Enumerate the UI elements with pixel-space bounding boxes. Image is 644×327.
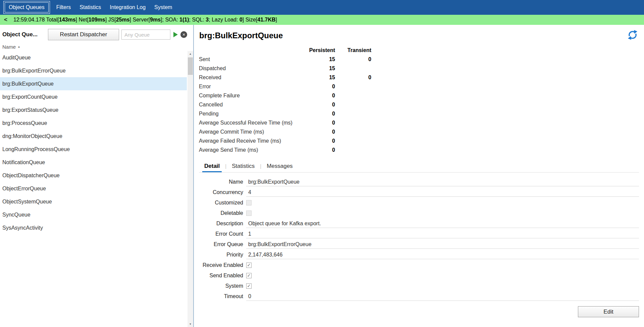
tab-messages[interactable]: Messages <box>265 161 294 172</box>
form-row: Send Enabled✓ <box>199 270 639 281</box>
field-label-system: System <box>199 283 243 289</box>
queue-list-item[interactable]: SyncQueue <box>0 208 187 221</box>
panel-title: Object Que... <box>2 31 48 38</box>
queue-list-item[interactable]: dng:MonitorObjectQueue <box>0 130 187 143</box>
stat-row-label: Pending <box>199 109 306 118</box>
field-label-deletable: Deletable <box>199 210 243 216</box>
stat-row-label: Average Commit Time (ms) <box>199 127 306 136</box>
system-checkbox[interactable]: ✓ <box>246 283 252 289</box>
app-window: Object QueuesFiltersStatisticsIntegratio… <box>0 0 644 327</box>
queue-list-item[interactable]: NotificationQueue <box>0 156 187 169</box>
error-queue-field[interactable]: brg:BulkExportErrorQueue <box>246 240 639 249</box>
concurrency-field[interactable]: 4 <box>246 188 639 197</box>
nav-item-system[interactable]: System <box>150 2 176 12</box>
send-enabled-checkbox[interactable]: ✓ <box>246 273 252 278</box>
field-label-send-enabled: Send Enabled <box>199 273 243 279</box>
column-header-label: Name <box>2 44 16 50</box>
clear-filter-icon[interactable]: ✕ <box>180 31 187 38</box>
queue-list-item[interactable]: ObjectSystemQueue <box>0 195 187 208</box>
queue-list-item[interactable]: LongRunningProcessQueue <box>0 143 187 156</box>
stat-transient-value <box>335 109 371 118</box>
form-row: Receive Enabled✓ <box>199 260 639 270</box>
priority-field[interactable]: 2,147,483,646 <box>246 250 639 259</box>
tab-statistics[interactable]: Statistics <box>230 161 257 172</box>
status-segment: 3 <box>206 17 209 22</box>
queue-list-item[interactable]: SysAsyncActivity <box>0 221 187 234</box>
stat-transient-value <box>335 100 371 109</box>
form-row: Timeout0 <box>199 291 639 301</box>
name-field[interactable]: brg:BulkExportQueue <box>246 178 639 186</box>
edit-button[interactable]: Edit <box>578 306 639 317</box>
stat-persistent-value: 0 <box>306 127 335 136</box>
timeout-field[interactable]: 0 <box>246 292 639 301</box>
queue-list-item[interactable]: brg:BulkExportQueue <box>0 77 187 90</box>
nav-item-filters[interactable]: Filters <box>52 2 75 12</box>
field-label-receive-enabled: Receive Enabled <box>199 262 243 268</box>
error-count-field[interactable]: 1 <box>246 230 639 238</box>
scrollbar-thumb[interactable] <box>188 57 193 75</box>
status-segment: ] Net[ <box>76 17 89 22</box>
stat-transient-value <box>335 91 371 100</box>
stat-persistent-value: 15 <box>306 73 335 82</box>
queue-list-item[interactable]: brg:BulkExportErrorQueue <box>0 64 187 77</box>
status-segment: ; Lazy Load: <box>209 17 239 22</box>
refresh-icon[interactable] <box>627 30 638 40</box>
stat-row-label: Error <box>199 82 306 91</box>
deletable-checkbox <box>246 211 252 216</box>
queue-list-item[interactable]: AuditQueue <box>0 51 187 64</box>
field-label-timeout: Timeout <box>199 293 243 299</box>
form-row: DescriptionObject queue for Kafka export… <box>199 218 639 229</box>
run-filter-icon[interactable] <box>173 32 178 37</box>
stat-transient-value <box>335 118 371 127</box>
stat-row-label: Average Failed Receive Time (ms) <box>199 136 306 145</box>
nav-item-statistics[interactable]: Statistics <box>75 2 105 12</box>
stat-persistent-value: 0 <box>306 109 335 118</box>
customized-checkbox <box>246 200 252 205</box>
status-segment: ]; SOA: <box>161 17 179 22</box>
queue-list: AuditQueuebrg:BulkExportErrorQueuebrg:Bu… <box>0 51 187 234</box>
stat-row-label: Average Successful Receive Time (ms) <box>199 118 306 127</box>
queue-search-input[interactable] <box>121 30 170 40</box>
queue-list-item[interactable]: ObjectDispatcherQueue <box>0 169 187 182</box>
form-row: Deletable <box>199 208 639 218</box>
scroll-up-icon[interactable]: ▲ <box>187 51 193 57</box>
back-arrow-icon[interactable]: < <box>0 16 13 23</box>
queue-list-item[interactable]: brg:ProcessQueue <box>0 116 187 130</box>
restart-dispatcher-button[interactable]: Restart Dispatcher <box>48 29 119 40</box>
field-label-error-count: Error Count <box>199 231 243 237</box>
stat-transient-value <box>335 64 371 73</box>
form-row: System✓ <box>199 281 639 291</box>
status-segment: 109ms <box>89 17 105 22</box>
nav-item-integration-log[interactable]: Integration Log <box>105 2 150 12</box>
field-label-error-queue: Error Queue <box>199 241 243 247</box>
stats-corner-cell <box>199 46 306 55</box>
nav-item-object-queues[interactable]: Object Queues <box>5 2 49 12</box>
description-field[interactable]: Object queue for Kafka export. <box>246 219 639 228</box>
stat-persistent-value: 0 <box>306 82 335 91</box>
scroll-down-icon[interactable]: ▼ <box>187 321 193 327</box>
status-segment: ] Server[ <box>130 17 150 22</box>
stats-column-transient: Transient <box>335 46 371 55</box>
status-segment: ] Size[ <box>243 17 257 22</box>
status-bar: < 12:59:04.178 Total[143ms] Net[109ms] J… <box>0 15 644 25</box>
stat-transient-value <box>335 127 371 136</box>
field-label-description: Description <box>199 221 243 227</box>
queue-list-item[interactable]: brg:ExportCountQueue <box>0 90 187 103</box>
form-row: Priority2,147,483,646 <box>199 249 639 260</box>
stat-transient-value: 0 <box>335 55 371 64</box>
stat-row-label: Sent <box>199 55 306 64</box>
field-label-customized: Customized <box>199 200 243 206</box>
queue-title: brg:BulkExportQueue <box>199 31 639 40</box>
tab-detail[interactable]: Detail <box>202 161 222 172</box>
stat-transient-value <box>335 136 371 145</box>
stat-transient-value <box>335 82 371 91</box>
column-header-name[interactable]: Name ▲ <box>0 42 193 51</box>
content-area: Object Que... Restart Dispatcher ✕ Name … <box>0 25 644 327</box>
queue-list-item[interactable]: brg:ExportStatusQueue <box>0 103 187 116</box>
stats-column-persistent: Persistent <box>306 46 335 55</box>
queue-list-scrollbar[interactable]: ▲ ▼ <box>187 51 193 327</box>
status-text: 12:59:04.178 Total[143ms] Net[109ms] JS[… <box>13 17 277 23</box>
receive-enabled-checkbox[interactable]: ✓ <box>246 263 252 268</box>
sort-ascending-icon: ▲ <box>17 45 20 48</box>
queue-list-item[interactable]: ObjectErrorQueue <box>0 182 187 195</box>
